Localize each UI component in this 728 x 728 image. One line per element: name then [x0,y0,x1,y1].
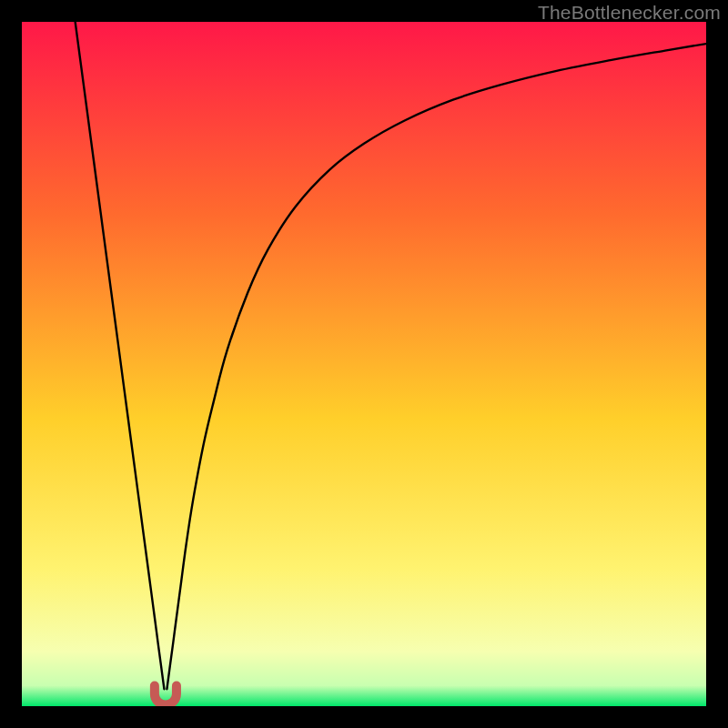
gradient-background [22,22,706,706]
chart-frame [22,22,706,706]
watermark-text: TheBottlenecker.com [538,2,721,24]
bottleneck-chart [22,22,706,706]
